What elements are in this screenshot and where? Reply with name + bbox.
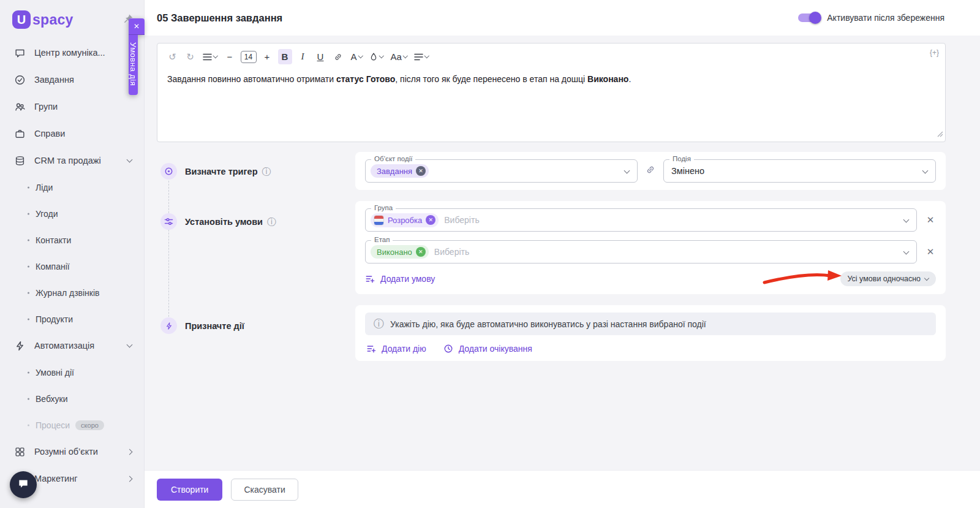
selected-object-chip[interactable]: Завдання ✕	[371, 164, 429, 178]
selected-stage-chip[interactable]: Виконано ✕	[371, 245, 429, 259]
add-wait-button[interactable]: Додати очікування	[443, 344, 532, 354]
clock-icon	[443, 344, 453, 354]
increase-font-button[interactable]: +	[260, 49, 274, 64]
align-left-icon	[414, 53, 423, 61]
condition-row-stage: Етап Виконано ✕ Виберіть ✕	[365, 240, 936, 263]
annotation-arrow	[762, 267, 843, 287]
chevron-down-icon	[213, 53, 218, 58]
underline-button[interactable]: U	[314, 49, 328, 64]
bold-button[interactable]: B	[278, 49, 292, 64]
editor-toolbar: ↺ ↻ − 14 + B I U A	[157, 44, 945, 66]
briefcase-icon	[13, 127, 26, 140]
create-button[interactable]: Створити	[157, 479, 222, 501]
redo-button[interactable]: ↻	[183, 49, 197, 64]
sidebar-item-label: Вебхуки	[36, 394, 67, 404]
undo-button[interactable]: ↺	[165, 49, 179, 64]
editor-text[interactable]: Завдання повинно автоматично отримати ст…	[157, 66, 945, 85]
field-label: Подія	[669, 155, 694, 162]
align-button[interactable]	[412, 49, 431, 64]
decrease-font-button[interactable]: −	[223, 49, 237, 64]
italic-button[interactable]: I	[296, 49, 310, 64]
sidebar-item-cases[interactable]: Справи	[0, 120, 144, 147]
automation-flow: Визначте тригер ⓘ Об’єкт події Завдання …	[157, 152, 946, 361]
trigger-step-title: Визначте тригер ⓘ	[185, 163, 271, 180]
info-icon[interactable]: ⓘ	[262, 167, 271, 176]
stage-field[interactable]: Етап Виконано ✕ Виберіть	[365, 240, 917, 263]
group-field[interactable]: Група Розробка ✕ Виберіть	[365, 208, 917, 232]
insert-variable-button[interactable]: {+}	[930, 48, 939, 57]
activate-toggle[interactable]	[798, 13, 819, 22]
sidebar-item-call-log[interactable]: Журнал дзвінків	[0, 279, 144, 306]
footer-bar: Створити Скасувати	[145, 470, 980, 508]
sidebar-item-communication-center[interactable]: Центр комуніка...	[0, 39, 144, 66]
logo-u-icon: U	[12, 10, 31, 29]
sidebar-item-automation[interactable]: Автоматизація	[0, 332, 144, 359]
remove-chip-icon[interactable]: ✕	[416, 166, 426, 176]
sidebar-item-groups[interactable]: Групи	[0, 93, 144, 120]
editor-text-part: Завдання повинно автоматично отримати	[167, 74, 336, 84]
sidebar-item-crm[interactable]: CRM та продажі	[0, 147, 144, 174]
support-chat-button[interactable]	[10, 471, 37, 498]
chevron-right-icon	[127, 449, 133, 455]
remove-chip-icon[interactable]: ✕	[426, 215, 435, 225]
remove-condition-button[interactable]: ✕	[925, 214, 936, 226]
ribbon-tab[interactable]: Умовна дія	[129, 35, 138, 95]
remove-condition-button[interactable]: ✕	[925, 246, 936, 257]
event-value: Змінено	[669, 166, 704, 176]
sidebar-item-deals[interactable]: Угоди	[0, 200, 144, 227]
text-case-button[interactable]: Aa	[389, 49, 409, 64]
sidebar-item-leads[interactable]: Ліди	[0, 174, 144, 200]
sidebar-header: U spacy	[0, 0, 144, 39]
sidebar-item-contacts[interactable]: Контакти	[0, 227, 144, 253]
sidebar-item-label: Журнал дзвінків	[36, 288, 100, 298]
sidebar-item-products[interactable]: Продукти	[0, 306, 144, 332]
chevron-down-icon	[903, 249, 910, 255]
add-action-button[interactable]: Додати дію	[366, 344, 426, 354]
step-label: Визначте тригер	[185, 167, 258, 176]
close-ribbon-button[interactable]: ✕	[129, 18, 145, 35]
sidebar-item-conditional-actions[interactable]: Умовні дії	[0, 359, 144, 385]
actions-panel: ⓘ Укажіть дію, яка буде автоматично вико…	[355, 305, 946, 361]
sidebar-item-smart-objects[interactable]: Розумні об’єкти	[0, 438, 144, 465]
resize-handle[interactable]	[937, 129, 943, 140]
chevron-down-icon	[127, 157, 133, 163]
text-color-button[interactable]: A	[349, 49, 364, 64]
trigger-section: Визначте тригер ⓘ Об’єкт події Завдання …	[157, 152, 946, 190]
trigger-step-icon	[160, 163, 177, 180]
check-circle-icon	[13, 74, 26, 86]
sidebar: U spacy Центр комуніка... Завдання Групи	[0, 0, 145, 508]
link-button[interactable]	[331, 49, 345, 64]
cancel-button[interactable]: Скасувати	[231, 479, 298, 501]
trigger-panel: Об’єкт події Завдання ✕ Подія	[355, 152, 946, 190]
add-condition-button[interactable]: Додати умову	[365, 274, 435, 284]
paragraph-format-button[interactable]	[201, 49, 219, 64]
uspacy-logo[interactable]: U spacy	[12, 10, 74, 29]
event-type-field[interactable]: Подія Змінено	[663, 159, 936, 183]
chevron-down-icon	[403, 53, 408, 58]
app-window: U spacy Центр комуніка... Завдання Групи	[0, 0, 980, 508]
coming-soon-badge: скоро	[75, 420, 104, 430]
actions-hint-text: Укажіть дію, яка буде автоматично викону…	[390, 319, 706, 329]
highlight-color-button[interactable]	[368, 49, 385, 64]
lightning-icon	[13, 339, 26, 352]
add-action-label: Додати дію	[382, 344, 426, 354]
info-icon[interactable]: ⓘ	[267, 217, 276, 226]
info-icon: ⓘ	[374, 319, 384, 329]
sidebar-item-webhooks[interactable]: Вебхуки	[0, 385, 144, 412]
sidebar-item-companies[interactable]: Компанії	[0, 253, 144, 279]
event-object-field[interactable]: Об’єкт події Завдання ✕	[365, 159, 638, 183]
chevron-down-icon	[903, 217, 910, 223]
sidebar-item-processes[interactable]: Процеси скоро	[0, 412, 144, 438]
remove-chip-icon[interactable]: ✕	[416, 247, 426, 257]
sidebar-item-tasks[interactable]: Завдання	[0, 66, 144, 93]
group-avatar	[374, 215, 384, 226]
font-size-box[interactable]: 14	[241, 51, 257, 63]
condition-row-group: Група Розробка ✕ Виберіть ✕	[365, 208, 936, 232]
conditions-mode-selector[interactable]: Усі умови одночасно	[840, 271, 936, 286]
grid-icon	[13, 445, 26, 458]
actions-step-header: Призначте дії	[157, 305, 355, 334]
conditions-footer: Додати умову Усі умови одночасно	[365, 271, 936, 287]
chevron-down-icon	[624, 168, 630, 174]
selected-group-chip[interactable]: Розробка ✕	[371, 213, 439, 227]
text-case-label: Aa	[391, 51, 402, 62]
